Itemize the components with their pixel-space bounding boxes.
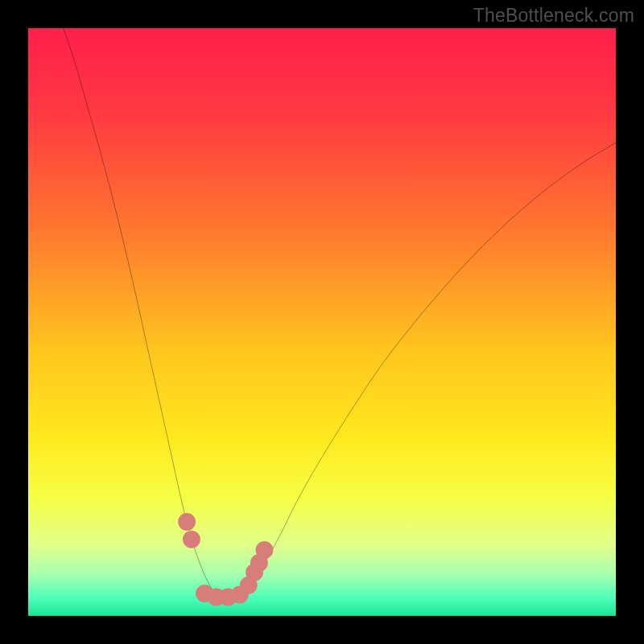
chart-frame: TheBottleneck.com xyxy=(0,0,644,644)
plot-area xyxy=(28,28,616,616)
gradient-background xyxy=(28,28,616,616)
highlight-dot xyxy=(183,530,200,548)
chart-svg xyxy=(28,28,616,616)
watermark-text: TheBottleneck.com xyxy=(473,5,634,27)
highlight-dot xyxy=(178,513,196,530)
highlight-dot xyxy=(256,541,274,559)
